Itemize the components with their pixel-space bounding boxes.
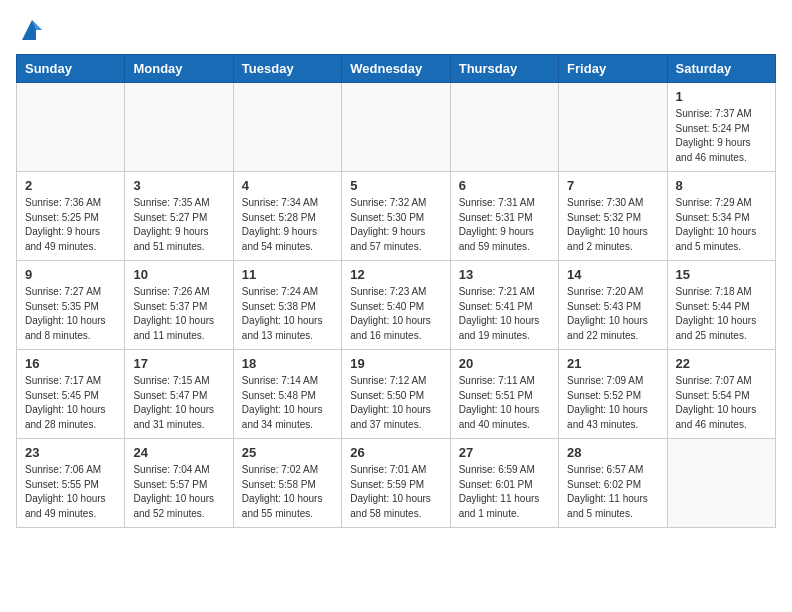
page-header xyxy=(16,16,776,44)
calendar-day: 4Sunrise: 7:34 AM Sunset: 5:28 PM Daylig… xyxy=(233,172,341,261)
calendar-day xyxy=(17,83,125,172)
weekday-header-thursday: Thursday xyxy=(450,55,558,83)
day-info: Sunrise: 7:07 AM Sunset: 5:54 PM Dayligh… xyxy=(676,374,767,432)
calendar-day: 28Sunrise: 6:57 AM Sunset: 6:02 PM Dayli… xyxy=(559,439,667,528)
day-info: Sunrise: 7:02 AM Sunset: 5:58 PM Dayligh… xyxy=(242,463,333,521)
calendar-table: SundayMondayTuesdayWednesdayThursdayFrid… xyxy=(16,54,776,528)
calendar-day: 5Sunrise: 7:32 AM Sunset: 5:30 PM Daylig… xyxy=(342,172,450,261)
calendar-day: 6Sunrise: 7:31 AM Sunset: 5:31 PM Daylig… xyxy=(450,172,558,261)
weekday-header-monday: Monday xyxy=(125,55,233,83)
day-number: 28 xyxy=(567,445,658,460)
calendar-day: 25Sunrise: 7:02 AM Sunset: 5:58 PM Dayli… xyxy=(233,439,341,528)
day-info: Sunrise: 7:17 AM Sunset: 5:45 PM Dayligh… xyxy=(25,374,116,432)
calendar-day: 20Sunrise: 7:11 AM Sunset: 5:51 PM Dayli… xyxy=(450,350,558,439)
day-info: Sunrise: 7:23 AM Sunset: 5:40 PM Dayligh… xyxy=(350,285,441,343)
calendar-day: 11Sunrise: 7:24 AM Sunset: 5:38 PM Dayli… xyxy=(233,261,341,350)
calendar-day xyxy=(342,83,450,172)
calendar-day: 15Sunrise: 7:18 AM Sunset: 5:44 PM Dayli… xyxy=(667,261,775,350)
day-number: 12 xyxy=(350,267,441,282)
day-number: 6 xyxy=(459,178,550,193)
day-number: 19 xyxy=(350,356,441,371)
calendar-day: 22Sunrise: 7:07 AM Sunset: 5:54 PM Dayli… xyxy=(667,350,775,439)
day-number: 7 xyxy=(567,178,658,193)
day-info: Sunrise: 7:11 AM Sunset: 5:51 PM Dayligh… xyxy=(459,374,550,432)
day-info: Sunrise: 7:09 AM Sunset: 5:52 PM Dayligh… xyxy=(567,374,658,432)
weekday-header-friday: Friday xyxy=(559,55,667,83)
calendar-day: 26Sunrise: 7:01 AM Sunset: 5:59 PM Dayli… xyxy=(342,439,450,528)
day-info: Sunrise: 6:57 AM Sunset: 6:02 PM Dayligh… xyxy=(567,463,658,521)
calendar-day: 9Sunrise: 7:27 AM Sunset: 5:35 PM Daylig… xyxy=(17,261,125,350)
day-info: Sunrise: 7:37 AM Sunset: 5:24 PM Dayligh… xyxy=(676,107,767,165)
calendar-day: 2Sunrise: 7:36 AM Sunset: 5:25 PM Daylig… xyxy=(17,172,125,261)
day-number: 11 xyxy=(242,267,333,282)
calendar-week-3: 9Sunrise: 7:27 AM Sunset: 5:35 PM Daylig… xyxy=(17,261,776,350)
calendar-week-2: 2Sunrise: 7:36 AM Sunset: 5:25 PM Daylig… xyxy=(17,172,776,261)
calendar-week-5: 23Sunrise: 7:06 AM Sunset: 5:55 PM Dayli… xyxy=(17,439,776,528)
weekday-header-wednesday: Wednesday xyxy=(342,55,450,83)
day-number: 23 xyxy=(25,445,116,460)
day-info: Sunrise: 7:18 AM Sunset: 5:44 PM Dayligh… xyxy=(676,285,767,343)
day-info: Sunrise: 7:32 AM Sunset: 5:30 PM Dayligh… xyxy=(350,196,441,254)
calendar-header-row: SundayMondayTuesdayWednesdayThursdayFrid… xyxy=(17,55,776,83)
day-number: 16 xyxy=(25,356,116,371)
day-number: 14 xyxy=(567,267,658,282)
day-number: 3 xyxy=(133,178,224,193)
day-number: 9 xyxy=(25,267,116,282)
calendar-day: 13Sunrise: 7:21 AM Sunset: 5:41 PM Dayli… xyxy=(450,261,558,350)
calendar-day: 7Sunrise: 7:30 AM Sunset: 5:32 PM Daylig… xyxy=(559,172,667,261)
day-number: 24 xyxy=(133,445,224,460)
calendar-day xyxy=(559,83,667,172)
logo xyxy=(16,16,46,44)
calendar-day: 21Sunrise: 7:09 AM Sunset: 5:52 PM Dayli… xyxy=(559,350,667,439)
day-info: Sunrise: 7:24 AM Sunset: 5:38 PM Dayligh… xyxy=(242,285,333,343)
day-info: Sunrise: 6:59 AM Sunset: 6:01 PM Dayligh… xyxy=(459,463,550,521)
calendar-day: 23Sunrise: 7:06 AM Sunset: 5:55 PM Dayli… xyxy=(17,439,125,528)
calendar-day: 16Sunrise: 7:17 AM Sunset: 5:45 PM Dayli… xyxy=(17,350,125,439)
calendar-day: 17Sunrise: 7:15 AM Sunset: 5:47 PM Dayli… xyxy=(125,350,233,439)
weekday-header-sunday: Sunday xyxy=(17,55,125,83)
calendar-day xyxy=(450,83,558,172)
calendar-day: 18Sunrise: 7:14 AM Sunset: 5:48 PM Dayli… xyxy=(233,350,341,439)
day-number: 22 xyxy=(676,356,767,371)
day-number: 27 xyxy=(459,445,550,460)
day-number: 4 xyxy=(242,178,333,193)
day-info: Sunrise: 7:36 AM Sunset: 5:25 PM Dayligh… xyxy=(25,196,116,254)
calendar-day xyxy=(125,83,233,172)
weekday-header-saturday: Saturday xyxy=(667,55,775,83)
day-number: 10 xyxy=(133,267,224,282)
day-info: Sunrise: 7:04 AM Sunset: 5:57 PM Dayligh… xyxy=(133,463,224,521)
day-number: 15 xyxy=(676,267,767,282)
day-info: Sunrise: 7:34 AM Sunset: 5:28 PM Dayligh… xyxy=(242,196,333,254)
calendar-day: 12Sunrise: 7:23 AM Sunset: 5:40 PM Dayli… xyxy=(342,261,450,350)
day-info: Sunrise: 7:14 AM Sunset: 5:48 PM Dayligh… xyxy=(242,374,333,432)
weekday-header-tuesday: Tuesday xyxy=(233,55,341,83)
day-info: Sunrise: 7:06 AM Sunset: 5:55 PM Dayligh… xyxy=(25,463,116,521)
calendar-day: 3Sunrise: 7:35 AM Sunset: 5:27 PM Daylig… xyxy=(125,172,233,261)
calendar-week-1: 1Sunrise: 7:37 AM Sunset: 5:24 PM Daylig… xyxy=(17,83,776,172)
day-number: 5 xyxy=(350,178,441,193)
day-info: Sunrise: 7:35 AM Sunset: 5:27 PM Dayligh… xyxy=(133,196,224,254)
calendar-day: 8Sunrise: 7:29 AM Sunset: 5:34 PM Daylig… xyxy=(667,172,775,261)
calendar-day: 24Sunrise: 7:04 AM Sunset: 5:57 PM Dayli… xyxy=(125,439,233,528)
calendar-day: 1Sunrise: 7:37 AM Sunset: 5:24 PM Daylig… xyxy=(667,83,775,172)
day-number: 2 xyxy=(25,178,116,193)
day-number: 18 xyxy=(242,356,333,371)
logo-text xyxy=(16,16,46,44)
day-number: 17 xyxy=(133,356,224,371)
day-info: Sunrise: 7:15 AM Sunset: 5:47 PM Dayligh… xyxy=(133,374,224,432)
day-number: 1 xyxy=(676,89,767,104)
day-info: Sunrise: 7:21 AM Sunset: 5:41 PM Dayligh… xyxy=(459,285,550,343)
day-info: Sunrise: 7:01 AM Sunset: 5:59 PM Dayligh… xyxy=(350,463,441,521)
calendar-day xyxy=(233,83,341,172)
day-info: Sunrise: 7:27 AM Sunset: 5:35 PM Dayligh… xyxy=(25,285,116,343)
day-info: Sunrise: 7:12 AM Sunset: 5:50 PM Dayligh… xyxy=(350,374,441,432)
day-number: 13 xyxy=(459,267,550,282)
day-number: 8 xyxy=(676,178,767,193)
calendar-day: 10Sunrise: 7:26 AM Sunset: 5:37 PM Dayli… xyxy=(125,261,233,350)
day-number: 20 xyxy=(459,356,550,371)
day-number: 21 xyxy=(567,356,658,371)
day-info: Sunrise: 7:26 AM Sunset: 5:37 PM Dayligh… xyxy=(133,285,224,343)
day-info: Sunrise: 7:20 AM Sunset: 5:43 PM Dayligh… xyxy=(567,285,658,343)
calendar-week-4: 16Sunrise: 7:17 AM Sunset: 5:45 PM Dayli… xyxy=(17,350,776,439)
calendar-day: 27Sunrise: 6:59 AM Sunset: 6:01 PM Dayli… xyxy=(450,439,558,528)
